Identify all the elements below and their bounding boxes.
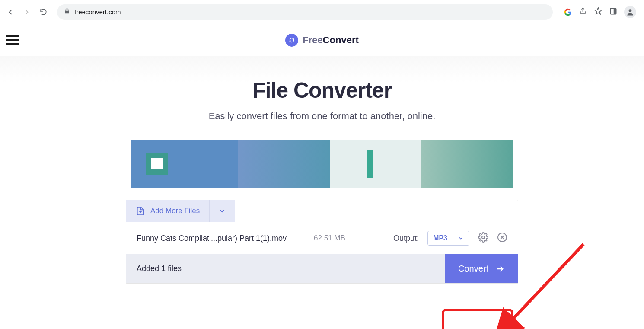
convert-label: Convert <box>458 264 488 274</box>
logo-text: FreeConvert <box>303 35 359 46</box>
address-bar[interactable]: freeconvert.com <box>57 4 553 20</box>
file-panel: Add More Files Funny Cats Compilati...pu… <box>126 200 518 284</box>
convert-button[interactable]: Convert <box>445 254 518 283</box>
chevron-down-icon <box>218 207 226 215</box>
add-files-bar: Add More Files <box>126 200 518 222</box>
reader-icon[interactable] <box>609 7 617 17</box>
reload-button[interactable] <box>36 5 50 19</box>
lock-icon <box>64 8 70 16</box>
settings-icon[interactable] <box>478 232 488 244</box>
file-size: 62.51 MB <box>314 234 353 243</box>
svg-point-2 <box>629 9 632 12</box>
main-content: File Converter Easily convert files from… <box>0 56 644 329</box>
add-files-label: Add More Files <box>150 207 200 215</box>
remove-file-icon[interactable] <box>497 232 507 244</box>
summary-row: Added 1 files Convert <box>126 254 518 283</box>
share-icon[interactable] <box>579 7 587 17</box>
browser-toolbar: freeconvert.com <box>0 0 644 24</box>
svg-line-5 <box>510 244 583 322</box>
ad-banner[interactable] <box>131 140 513 188</box>
logo-badge-icon <box>285 34 298 47</box>
page-title: File Converter <box>125 78 519 103</box>
svg-point-3 <box>482 236 485 239</box>
hamburger-menu[interactable] <box>6 33 19 47</box>
forward-button[interactable] <box>20 5 34 19</box>
svg-rect-1 <box>614 8 616 14</box>
back-button[interactable] <box>3 5 17 19</box>
profile-avatar[interactable] <box>624 6 636 18</box>
format-value: MP3 <box>433 234 447 242</box>
site-header: FreeConvert <box>0 24 644 56</box>
annotation-highlight-box <box>442 309 513 329</box>
add-file-icon <box>136 206 145 216</box>
arrow-right-icon <box>495 264 505 274</box>
bookmark-star-icon[interactable] <box>594 7 603 17</box>
file-name: Funny Cats Compilati...pular) Part 1(1).… <box>137 234 305 243</box>
chevron-down-icon <box>458 235 464 241</box>
add-files-dropdown[interactable] <box>210 200 235 222</box>
file-row: Funny Cats Compilati...pular) Part 1(1).… <box>126 222 518 254</box>
google-icon[interactable] <box>564 8 572 16</box>
browser-right-icons <box>560 6 641 18</box>
site-logo[interactable]: FreeConvert <box>285 34 359 47</box>
url-text: freeconvert.com <box>74 8 121 16</box>
output-label: Output: <box>393 234 419 243</box>
page-subtitle: Easily convert files from one format to … <box>125 111 519 122</box>
format-select[interactable]: MP3 <box>427 231 469 246</box>
add-more-files-button[interactable]: Add More Files <box>126 200 210 222</box>
summary-text: Added 1 files <box>137 264 182 273</box>
